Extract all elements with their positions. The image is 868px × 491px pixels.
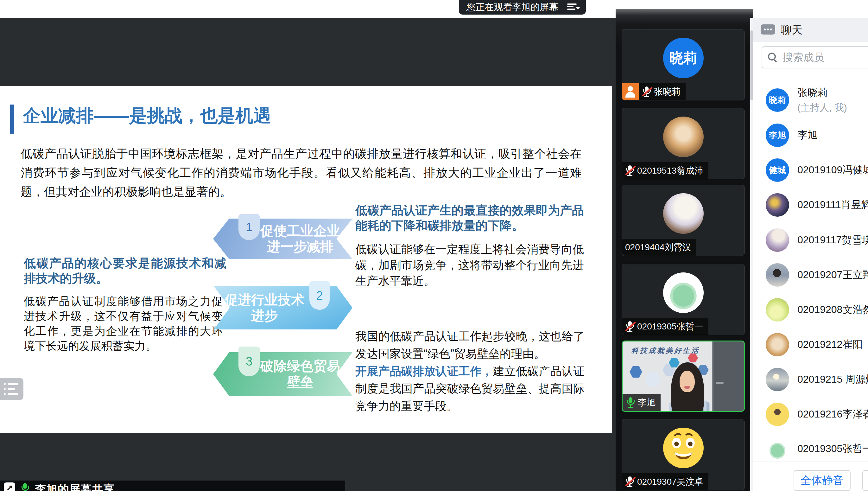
share-bar-text: 李旭的屏幕共享 bbox=[35, 482, 115, 491]
viewing-banner[interactable]: 您正在观看李旭的屏幕 bbox=[459, 0, 586, 15]
step-1-number: 1 bbox=[238, 214, 260, 240]
video-tile-lixu-speaking[interactable]: 科技成就美好生活 李旭 bbox=[622, 341, 745, 412]
step-2-number: 2 bbox=[309, 281, 330, 310]
member-name: 02019117贺雪琪 bbox=[798, 233, 868, 247]
chat-panel: 聊天 晓莉 张晓莉 (主持人, 我) 李旭 李旭 健城 02019109冯健城 … bbox=[753, 0, 868, 491]
member-row[interactable]: 李旭 李旭 bbox=[753, 121, 868, 150]
member-name: 02019212崔阳 bbox=[798, 338, 863, 352]
step-3-number: 3 bbox=[238, 347, 260, 376]
mic-on-icon bbox=[626, 397, 635, 409]
person-lips bbox=[684, 386, 690, 389]
left-heading: 低碳产品的核心要求是能源技术和减排技术的升级。 bbox=[24, 256, 227, 286]
share-screen-icon bbox=[4, 483, 15, 491]
member-row[interactable]: 02019215 周源灿 bbox=[753, 365, 868, 394]
member-row[interactable]: 健城 02019109冯健城 bbox=[753, 155, 868, 185]
chat-panel-title: 聊天 bbox=[781, 23, 803, 37]
step-2-line1: 促进行业技术 bbox=[225, 292, 304, 308]
avatar bbox=[766, 193, 789, 217]
slide-outline-button[interactable] bbox=[0, 378, 24, 400]
video-tile-zhangzheyi[interactable]: 02019305张哲一 bbox=[622, 264, 745, 335]
person-face bbox=[680, 371, 695, 392]
member-name: 张晓莉 bbox=[798, 86, 847, 100]
right-top-body: 低碳认证能够在一定程度上将社会消费导向低碳，加剧市场竞争，这将带动整个行业向先进… bbox=[355, 241, 584, 289]
member-row[interactable]: 02019111肖昱辉 bbox=[753, 191, 868, 220]
secondary-action-button[interactable] bbox=[862, 470, 868, 491]
avatar: 晓莉 bbox=[766, 88, 789, 112]
video-tile-zhangxiaoli[interactable]: 晓莉 张晓莉 bbox=[622, 29, 745, 100]
participant-name: 02019513翁成沛 bbox=[637, 165, 703, 177]
step-2-line2: 进步 bbox=[251, 308, 278, 324]
avatar bbox=[766, 368, 789, 391]
member-row[interactable]: 02019212崔阳 bbox=[753, 330, 868, 359]
mic-muted-icon bbox=[625, 165, 635, 177]
member-row[interactable]: 02019305张哲一 bbox=[753, 434, 868, 463]
member-row[interactable]: 02019216李泽春 bbox=[753, 400, 868, 429]
step-1-line1: 促使工业企业 bbox=[260, 223, 340, 239]
step-1-chevron: 促使工业企业 进一步减排 bbox=[213, 219, 353, 259]
avatar bbox=[663, 193, 704, 234]
avatar bbox=[766, 228, 789, 252]
mute-all-button[interactable]: 全体静音 bbox=[794, 470, 850, 491]
title-accent-bar bbox=[10, 105, 14, 134]
video-tile-liuxiaohan[interactable]: 02019404刘霄汉 bbox=[622, 185, 745, 256]
member-name: 02019216李泽春 bbox=[798, 407, 868, 421]
mic-muted-icon bbox=[642, 86, 651, 98]
participant-name: 02019305张哲一 bbox=[637, 321, 703, 333]
participant-name: 李旭 bbox=[638, 397, 656, 409]
right-top-heading: 低碳产品认证产生的最直接的效果即为产品能耗的下降和碳排放量的下降。 bbox=[355, 203, 584, 233]
slide-title: 企业减排——是挑战，也是机遇 bbox=[23, 104, 271, 128]
right-bottom-emphasis: 开展产品碳排放认证工作， bbox=[355, 365, 493, 378]
left-body: 低碳产品认证制度能够借用市场之力促进技术升级，这不仅有益于应对气候变化工作，更是… bbox=[24, 294, 222, 353]
shared-slide: 企业减排——是挑战，也是机遇 低碳产品认证脱胎于中国环境标志框架，是对产品生产过… bbox=[0, 86, 612, 433]
chat-scrollbar-thumb[interactable] bbox=[750, 30, 753, 100]
avatar: 李旭 bbox=[766, 123, 789, 147]
member-name: 02019207王立翔 bbox=[798, 268, 868, 282]
avatar bbox=[766, 403, 789, 426]
chat-header: 聊天 bbox=[753, 18, 868, 42]
right-bottom-lead: 我国的低碳产品认证工作起步较晚，这也给了发达国家设置“绿色”贸易壁垒的理由。 bbox=[355, 327, 585, 363]
step-1-line2: 进一步减排 bbox=[267, 239, 333, 255]
banner-menu-icon[interactable] bbox=[567, 3, 578, 11]
viewing-banner-text: 您正在观看李旭的屏幕 bbox=[467, 1, 558, 13]
panel-divider bbox=[753, 462, 868, 462]
participant-name: 张晓莉 bbox=[654, 86, 681, 98]
step-3-chevron: 破除绿色贸易 壁垒 bbox=[213, 352, 353, 396]
avatar bbox=[766, 437, 789, 461]
participant-name: 02019307吴汶卓 bbox=[637, 476, 703, 488]
chat-bubble-icon bbox=[761, 24, 775, 36]
member-role: (主持人, 我) bbox=[798, 102, 847, 114]
screen-share-status-bar[interactable]: 李旭的屏幕共享 bbox=[0, 481, 345, 491]
mic-muted-icon bbox=[625, 476, 635, 488]
right-bottom-para: 开展产品碳排放认证工作，建立低碳产品认证制度是我国产品突破绿色贸易壁垒、提高国际… bbox=[355, 363, 585, 415]
mic-on-icon bbox=[20, 483, 30, 491]
video-tile-wengchengpei[interactable]: 02019513翁成沛 bbox=[622, 108, 745, 179]
member-search-box[interactable] bbox=[761, 46, 868, 68]
member-name: 02019305张哲一 bbox=[798, 442, 868, 456]
host-badge-icon bbox=[622, 83, 639, 100]
step-3-line2: 壁垒 bbox=[287, 374, 313, 390]
right-bottom-block: 我国的低碳产品认证工作起步较晚，这也给了发达国家设置“绿色”贸易壁垒的理由。 开… bbox=[355, 327, 585, 415]
participant-name: 02019404刘霄汉 bbox=[625, 241, 691, 253]
meeting-window: 您正在观看李旭的屏幕 企业减排——是挑战，也是机遇 低碳产品认证脱胎于中国环境标… bbox=[0, 0, 868, 491]
avatar bbox=[766, 333, 789, 356]
mic-muted-icon bbox=[625, 321, 635, 333]
member-name: 02019208文浩然 bbox=[798, 303, 868, 317]
member-row[interactable]: 晓莉 张晓莉 (主持人, 我) bbox=[753, 86, 868, 115]
wall-banner-text: 科技成就美好生活 bbox=[631, 346, 700, 355]
avatar bbox=[766, 263, 789, 287]
member-name: 02019109冯健城 bbox=[798, 163, 868, 177]
avatar: 晓莉 bbox=[663, 38, 704, 78]
member-row[interactable]: 02019117贺雪琪 bbox=[753, 226, 868, 255]
member-name: 02019215 周源灿 bbox=[798, 373, 868, 386]
step-3-line1: 破除绿色贸易 bbox=[260, 358, 340, 374]
avatar bbox=[663, 272, 704, 313]
avatar-emoji bbox=[663, 428, 704, 468]
search-input[interactable] bbox=[782, 51, 862, 64]
search-icon bbox=[768, 53, 777, 62]
video-tile-wuwenzhuo[interactable]: 02019307吴汶卓 bbox=[622, 419, 745, 490]
avatar: 健城 bbox=[766, 158, 789, 182]
member-row[interactable]: 02019207王立翔 bbox=[753, 260, 868, 290]
avatar bbox=[663, 117, 704, 157]
member-row[interactable]: 02019208文浩然 bbox=[753, 295, 868, 324]
member-name: 李旭 bbox=[798, 128, 818, 142]
